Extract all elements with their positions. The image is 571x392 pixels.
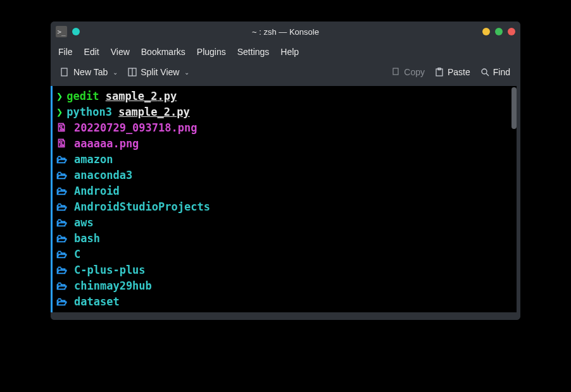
copy-button[interactable]: Copy [387,64,429,80]
folder-row: 🗁C [56,247,514,262]
command: gedit [66,89,105,104]
folder-icon: 🗁 [56,199,74,215]
folder-icon: 🗁 [56,247,74,262]
paste-label: Paste [448,67,470,77]
folder-row: 🗁Android [56,183,514,199]
chevron-down-icon: ⌄ [113,69,118,76]
folder-icon: 🗁 [56,183,74,199]
entry-name: C [74,247,80,262]
entry-name: amazon [74,152,113,168]
entry-name: AndroidStudioProjects [74,199,210,215]
new-tab-label: New Tab [73,67,108,77]
folder-row: 🗁aws [56,215,514,231]
folder-icon: 🗁 [56,231,74,247]
find-label: Find [493,67,510,77]
new-tab-icon [61,68,70,77]
app-icon: >_ [56,26,67,37]
command-argument: sample_2 [118,104,170,120]
copy-icon [391,68,400,77]
minimize-button[interactable] [482,28,490,35]
split-view-icon [128,68,137,77]
folder-row: 🗁C-plus-plus [56,262,514,278]
entry-name: Android [74,183,120,199]
file-icon: 🖻 [56,120,74,136]
menu-view[interactable]: View [111,47,130,57]
konsole-window: >_ ~ : zsh — Konsole File Edit View Book… [51,21,520,320]
prompt-symbol: ❯ [56,89,63,104]
folder-row: 🗁AndroidStudioProjects [56,199,514,215]
svg-rect-3 [393,68,398,75]
terminal[interactable]: ❯gedit sample_2.py❯python3 sample_2.py🖻2… [51,86,517,312]
file-row: 🖻aaaaaa.png [56,136,514,152]
command: python3 [66,104,118,120]
svg-point-6 [482,69,487,74]
close-button[interactable] [508,28,515,35]
copy-label: Copy [404,67,425,77]
folder-row: 🗁dataset [56,294,514,310]
paste-button[interactable]: Paste [431,64,474,80]
folder-icon: 🗁 [56,278,74,294]
file-extension: .py [170,104,190,120]
entry-name: dataset [74,294,120,310]
new-tab-button[interactable]: New Tab ⌄ [57,64,122,80]
entry-name: anaconda3 [74,168,132,183]
search-icon [480,68,489,77]
file-row: 🖻20220729_093718.png [56,120,514,136]
prompt-symbol: ❯ [56,104,63,120]
file-extension: .py [158,89,177,104]
window-title: ~ : zsh — Konsole [51,27,520,37]
folder-icon: 🗁 [56,294,74,310]
menu-edit[interactable]: Edit [84,47,99,57]
folder-icon: 🗁 [56,168,74,183]
folder-row: 🗁bash [56,231,514,247]
menu-bookmarks[interactable]: Bookmarks [141,47,185,57]
session-indicator-icon [72,28,80,35]
window-controls [482,28,515,35]
entry-name: 20220729_093718.png [74,120,197,136]
folder-row: 🗁anaconda3 [56,168,514,183]
entry-name: aaaaaa.png [74,136,139,152]
folder-row: 🗁chinmay29hub [56,278,514,294]
prompt-line: ❯gedit sample_2.py [56,89,514,104]
file-icon: 🖻 [56,136,74,152]
scrollbar[interactable] [511,87,517,129]
command-argument: sample_2 [106,89,158,104]
folder-icon: 🗁 [56,262,74,278]
menu-settings[interactable]: Settings [237,47,270,57]
folder-icon: 🗁 [56,215,74,231]
svg-rect-0 [61,68,67,76]
paste-icon [435,68,444,77]
chevron-down-icon: ⌄ [184,69,189,76]
split-view-label: Split View [141,67,179,77]
prompt-line: ❯python3 sample_2.py [56,104,514,120]
entry-name: C-plus-plus [74,262,146,278]
folder-row: 🗁amazon [56,152,514,168]
entry-name: bash [74,231,100,247]
toolbar: New Tab ⌄ Split View ⌄ Copy Paste [51,62,520,86]
folder-icon: 🗁 [56,152,74,168]
find-button[interactable]: Find [477,64,514,80]
terminal-container: ❯gedit sample_2.py❯python3 sample_2.py🖻2… [51,86,520,320]
split-view-button[interactable]: Split View ⌄ [124,64,193,80]
entry-name: chinmay29hub [74,278,152,294]
menubar: File Edit View Bookmarks Plugins Setting… [51,42,520,62]
maximize-button[interactable] [495,28,503,35]
menu-help[interactable]: Help [280,47,299,57]
menu-file[interactable]: File [58,47,73,57]
svg-line-7 [486,73,489,76]
titlebar[interactable]: >_ ~ : zsh — Konsole [51,21,520,42]
titlebar-left: >_ [51,26,80,37]
menu-plugins[interactable]: Plugins [197,47,226,57]
entry-name: aws [74,215,94,231]
